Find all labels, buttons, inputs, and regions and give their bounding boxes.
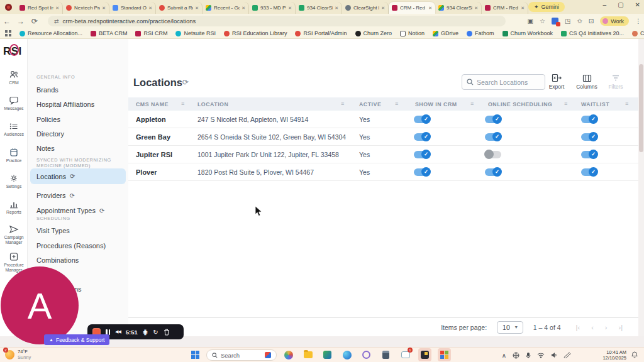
- search-locations-input[interactable]: Search Locations: [462, 74, 545, 90]
- reload-button[interactable]: ⟳: [28, 17, 42, 26]
- close-icon[interactable]: ✕: [335, 6, 338, 11]
- first-page-button[interactable]: |‹: [576, 324, 580, 331]
- online-scheduling-toggle[interactable]: ✓: [485, 116, 501, 123]
- notification-bell-icon[interactable]: [631, 351, 638, 358]
- grid-icon[interactable]: ⋕: [143, 329, 148, 336]
- forward-button[interactable]: →: [14, 17, 28, 26]
- bookmark-churn-workbook[interactable]: Churn Workbook: [502, 30, 553, 36]
- browser-tab-red-spot-int[interactable]: Red Spot Int✕: [16, 2, 63, 14]
- column-header-location[interactable]: LOCATION: [197, 101, 228, 107]
- tray-chevron-icon[interactable]: ∧: [502, 352, 506, 359]
- sidebar-item-notes[interactable]: Notes: [30, 141, 126, 155]
- bookmark-rsi-education-library[interactable]: RSI Education Library: [224, 30, 287, 36]
- trash-icon[interactable]: [164, 329, 170, 336]
- maximize-button[interactable]: ▢: [618, 1, 623, 8]
- browser-tab-933-md-pl[interactable]: 933 - MD Pl✕: [249, 2, 296, 14]
- column-filter-icon[interactable]: ≡: [564, 101, 567, 107]
- close-icon[interactable]: ✕: [195, 6, 199, 11]
- sidebar-item-procedures-reasons[interactable]: Procedures (Reasons): [30, 239, 126, 253]
- browser-tab-crm-red-s[interactable]: CRM - Red S✕: [389, 2, 435, 14]
- close-icon[interactable]: ✕: [474, 6, 478, 11]
- restart-icon[interactable]: ↻: [153, 329, 158, 336]
- close-icon[interactable]: ✕: [381, 6, 385, 11]
- scrollbar[interactable]: [638, 39, 644, 336]
- column-filter-icon[interactable]: ≡: [395, 101, 398, 107]
- browser-tab-clearsight-l[interactable]: ClearSight L✕: [342, 2, 389, 14]
- minimize-button[interactable]: –: [603, 1, 607, 8]
- waitlist-toggle[interactable]: ✓: [581, 151, 597, 158]
- show-in-crm-toggle[interactable]: ✓: [414, 116, 430, 123]
- profile-chip[interactable]: Work: [600, 16, 629, 26]
- bookmark-claude[interactable]: Claude: [632, 30, 644, 36]
- start-button[interactable]: [191, 351, 199, 359]
- close-icon[interactable]: ✕: [242, 6, 245, 11]
- bookmark-fathom[interactable]: Fathom: [467, 30, 494, 36]
- export-button[interactable]: Export: [542, 74, 571, 90]
- speaker-icon[interactable]: [551, 352, 557, 358]
- last-page-button[interactable]: ›|: [618, 324, 623, 331]
- copilot-icon[interactable]: [282, 348, 295, 361]
- scrollbar-thumb[interactable]: [639, 64, 643, 152]
- network-icon[interactable]: [513, 352, 519, 359]
- edge-icon[interactable]: [340, 348, 353, 361]
- refresh-icon[interactable]: ⟳: [182, 78, 189, 87]
- sidebar-item-visit-types[interactable]: Visit Types: [30, 224, 126, 238]
- close-icon[interactable]: ✕: [102, 6, 106, 11]
- close-icon[interactable]: ✕: [148, 6, 152, 11]
- nav-item-audiences[interactable]: Audiences: [0, 121, 28, 137]
- column-filter-icon[interactable]: ≡: [470, 101, 474, 107]
- sidebar-item-hospital-affiliations[interactable]: Hospital Affiliations: [30, 97, 126, 111]
- show-in-crm-toggle[interactable]: ✓: [414, 168, 430, 176]
- taskbar-search[interactable]: Search: [206, 349, 277, 361]
- online-scheduling-toggle[interactable]: ✓: [485, 168, 501, 176]
- close-icon[interactable]: ✕: [55, 6, 59, 11]
- close-icon[interactable]: ✕: [428, 6, 432, 11]
- online-scheduling-toggle[interactable]: [485, 151, 501, 158]
- column-header-cms-name[interactable]: CMS NAME: [136, 101, 169, 107]
- show-in-crm-toggle[interactable]: ✓: [414, 151, 430, 158]
- bookmark-churn-zero[interactable]: Churn Zero: [355, 30, 392, 36]
- green-app-icon[interactable]: [321, 348, 334, 361]
- sidebar-item-policies[interactable]: Policies: [30, 112, 126, 126]
- taskbar-clock[interactable]: 10:41 AM 12/10/2025: [602, 349, 626, 361]
- show-in-crm-toggle[interactable]: ✓: [414, 133, 430, 141]
- column-header-waitlist[interactable]: WAITLIST: [581, 101, 609, 107]
- cast-icon[interactable]: ▣: [528, 18, 533, 25]
- sidebar-item-combinations[interactable]: Combinations: [30, 253, 126, 267]
- waitlist-toggle[interactable]: ✓: [581, 116, 597, 123]
- browser-tab-nextech-pra[interactable]: Nextech Pra✕: [63, 2, 109, 14]
- site-info-icon[interactable]: ⇄: [54, 18, 59, 25]
- bookmark-cs-q4-initiatives-20[interactable]: CS Q4 Initiatives 20...: [561, 30, 624, 36]
- columns-button[interactable]: Columns: [572, 74, 601, 90]
- feedback-support-button[interactable]: ▲ Feedback & Support: [44, 334, 109, 345]
- nav-item-crm[interactable]: CRM: [0, 69, 28, 85]
- gemini-button[interactable]: ✦Gemini: [528, 2, 565, 12]
- active-dark-app-icon[interactable]: [418, 348, 431, 361]
- star-icon[interactable]: ✩: [577, 18, 582, 25]
- previous-page-button[interactable]: ‹: [591, 324, 594, 331]
- sidebar-item-locations[interactable]: Locations⟳: [30, 168, 126, 184]
- pen-icon[interactable]: [564, 352, 571, 358]
- waitlist-toggle[interactable]: ✓: [581, 133, 597, 141]
- bookmark-rsi-portal-admin[interactable]: RSI Portal/Admin: [295, 30, 347, 36]
- browser-tab-standard-op[interactable]: Standard Op✕: [109, 2, 156, 14]
- column-filter-icon[interactable]: ≡: [625, 101, 628, 107]
- extension-icon[interactable]: [552, 18, 558, 25]
- nav-item-messages[interactable]: Messages: [0, 95, 28, 111]
- nav-item-reports[interactable]: Reports: [0, 199, 28, 215]
- browser-tab-recent-go[interactable]: Recent - Go✕: [203, 2, 249, 14]
- microphone-icon[interactable]: [526, 352, 531, 359]
- browser-tab-submit-a-re[interactable]: Submit a Re✕: [156, 2, 203, 14]
- chat-icon[interactable]: 1: [399, 348, 412, 361]
- browser-tab-crm-red[interactable]: CRM - Red✕: [482, 2, 528, 14]
- floating-avatar[interactable]: A: [1, 266, 79, 344]
- online-scheduling-toggle[interactable]: ✓: [485, 133, 501, 141]
- back-button[interactable]: ←: [0, 17, 14, 26]
- nav-item-settings[interactable]: Settings: [0, 173, 28, 189]
- sidebar-item-brands[interactable]: Brands: [30, 83, 126, 97]
- sidebar-item-providers[interactable]: Providers⟳: [30, 189, 126, 202]
- close-button[interactable]: ✕: [635, 1, 640, 8]
- nav-item-practice[interactable]: Practice: [0, 147, 28, 163]
- bookmark-netsuite-rsi[interactable]: Netsuite RSI: [175, 30, 216, 36]
- close-icon[interactable]: ✕: [521, 6, 525, 11]
